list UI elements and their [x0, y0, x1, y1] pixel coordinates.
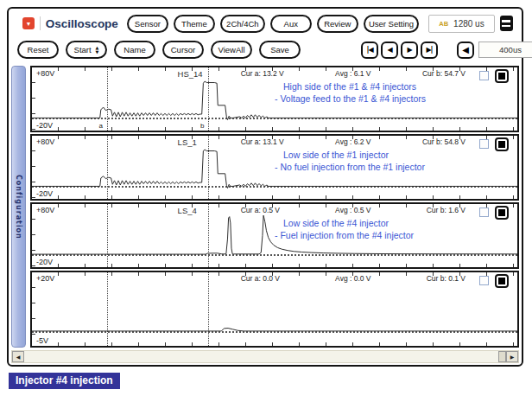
measurement-row: Cur a: 13.1 V Avg : 6.2 V Cur b: 54.8 V [241, 137, 466, 146]
scale-bottom-label: -20V [36, 121, 53, 130]
annotation-line2: - Fuel injection from the #4 injector [275, 230, 414, 242]
status-label: Injector #4 injection [9, 373, 120, 389]
scroll-right-icon[interactable]: ▶ [506, 351, 518, 362]
cursor-button[interactable]: Cursor [162, 41, 204, 59]
active-square-icon [498, 141, 505, 148]
channel-panel: +80V -20V LS_4 Cur a: 0.5 V Avg : 0.5 V … [30, 202, 519, 269]
start-button[interactable]: Start ▲ ▼ [66, 41, 107, 59]
channel-name: LS_1 [178, 137, 197, 147]
top-toolbar: ▼ Oscilloscope Sensor Theme 2Ch/4Ch Aux … [9, 9, 522, 35]
channel-active-button[interactable] [495, 137, 509, 151]
timebase-control: ◀ 400us ▶ [457, 42, 532, 59]
last-record-icon[interactable]: ▶| [421, 42, 438, 59]
toolbar-divider [40, 16, 41, 30]
cursor-a-measurement: Cur a: 0.0 V [241, 274, 280, 283]
scale-top-label: +80V [36, 69, 54, 78]
channel-panel: +80V -20V LS_1 Cur a: 13.1 V Avg : 6.2 V… [30, 134, 519, 201]
oscilloscope-window: ▼ Oscilloscope Sensor Theme 2Ch/4Ch Aux … [7, 7, 523, 367]
next-record-icon[interactable]: ▶ [401, 42, 418, 59]
scrollbar-thumb[interactable] [498, 351, 506, 362]
channel-checkbox[interactable] [479, 208, 489, 217]
channel-name: LS_4 [178, 206, 197, 215]
waveform [32, 272, 517, 346]
cursor-b-measurement: Cur b: 54.7 V [422, 69, 466, 78]
ab-cursor-icon: AB [439, 20, 448, 28]
scale-top-label: +80V [36, 206, 54, 214]
sensor-button[interactable]: Sensor [127, 15, 168, 33]
annotation: Low side of the #1 injector - No fuel in… [275, 150, 425, 173]
cursor-a-measurement: Cur a: 13.2 V [241, 69, 284, 78]
scroll-left-icon[interactable]: ◀ [12, 351, 24, 362]
channel-checkbox[interactable] [479, 71, 489, 80]
channel-active-button[interactable] [495, 69, 509, 83]
cursor-a-label: a [99, 122, 103, 130]
channel-mode-button[interactable]: 2Ch/4Ch [220, 15, 265, 33]
review-button[interactable]: Review [317, 15, 358, 33]
avg-measurement: Avg : 0.5 V [335, 206, 370, 214]
cursor-b-label: b [200, 122, 204, 130]
app-icon: ▼ [22, 17, 35, 29]
channels-container: +80V -20V HS_14 Cur a: 13.2 V Avg : 6.1 … [30, 66, 519, 348]
channel-name: HS_14 [178, 69, 203, 79]
measurement-row: Cur a: 13.2 V Avg : 6.1 V Cur b: 54.7 V [241, 69, 466, 78]
scale-top-label: +80V [36, 137, 54, 146]
theme-button[interactable]: Theme [174, 15, 215, 33]
scale-bottom-label: -20V [36, 258, 53, 266]
active-square-icon [498, 209, 505, 216]
menu-icon[interactable] [500, 16, 513, 31]
scale-bottom-label: -5V [36, 336, 48, 345]
annotation-line2: - Voltage feed to the #1 & #4 injectors [275, 93, 426, 105]
start-label: Start [74, 45, 92, 54]
cursor-b-measurement: Cur b: 0.1 V [427, 274, 466, 283]
plot-region: Configuration +80V -20V HS_14 Cur a: 13.… [11, 66, 519, 348]
user-setting-button[interactable]: User Setting [364, 15, 419, 33]
spinner-icon[interactable]: ▲ ▼ [96, 46, 99, 54]
channel-checkbox[interactable] [479, 276, 489, 285]
annotation-line2: - No fuel injection from the #1 injector [275, 162, 425, 174]
channel-panel: +20V -5V Cur a: 0.0 V Avg : 0.0 V Cur b:… [30, 271, 519, 348]
scale-bottom-label: -20V [36, 189, 53, 198]
timebase-value: 400us [478, 42, 532, 58]
cursor-b-measurement: Cur b: 54.8 V [422, 137, 466, 146]
annotation: High side of the #1 & #4 injectors - Vol… [275, 81, 426, 105]
cursor-a-measurement: Cur a: 13.1 V [241, 137, 284, 146]
prev-record-icon[interactable]: ◀ [381, 42, 398, 59]
ab-time-value: 1280 us [453, 19, 484, 29]
channel-checkbox[interactable] [479, 139, 489, 149]
channel-panel: +80V -20V HS_14 Cur a: 13.2 V Avg : 6.1 … [30, 66, 519, 132]
app-title: Oscilloscope [46, 17, 118, 30]
save-button[interactable]: Save [259, 41, 301, 59]
control-toolbar: Reset Start ▲ ▼ Name Cursor ViewAll Save… [9, 35, 522, 62]
scale-top-label: +20V [36, 274, 54, 283]
active-square-icon [498, 73, 505, 80]
reset-button[interactable]: Reset [17, 41, 59, 59]
timebase-decrease-icon[interactable]: ◀ [457, 42, 474, 59]
annotation-line1: Low side of the #1 injector [283, 150, 425, 162]
avg-measurement: Avg : 6.2 V [335, 137, 370, 146]
aux-button[interactable]: Aux [270, 15, 312, 33]
horizontal-scrollbar[interactable]: ◀ ▶ [11, 350, 519, 363]
configuration-tab[interactable]: Configuration [11, 66, 26, 348]
name-button[interactable]: Name [114, 41, 155, 59]
channel-active-button[interactable] [495, 206, 509, 220]
avg-measurement: Avg : 0.0 V [335, 274, 370, 283]
first-record-icon[interactable]: |◀ [361, 42, 378, 59]
record-nav-group: |◀ ◀ ▶ ▶| [361, 42, 438, 59]
cursor-b-measurement: Cur b: 1.6 V [427, 206, 466, 214]
active-square-icon [498, 278, 505, 284]
configuration-tab-label: Configuration [15, 175, 22, 240]
viewall-button[interactable]: ViewAll [211, 41, 252, 59]
measurement-row: Cur a: 0.5 V Avg : 0.5 V Cur b: 1.6 V [241, 206, 466, 214]
annotation-line1: Low side of the #4 injector [283, 218, 414, 230]
annotation: Low side of the #4 injector - Fuel injec… [275, 218, 414, 241]
avg-measurement: Avg : 6.1 V [335, 69, 370, 78]
annotation-line1: High side of the #1 & #4 injectors [283, 81, 426, 93]
channel-active-button[interactable] [495, 274, 509, 288]
measurement-row: Cur a: 0.0 V Avg : 0.0 V Cur b: 0.1 V [241, 274, 466, 283]
ab-time-display: AB 1280 us [428, 15, 494, 33]
cursor-a-measurement: Cur a: 0.5 V [241, 206, 280, 214]
